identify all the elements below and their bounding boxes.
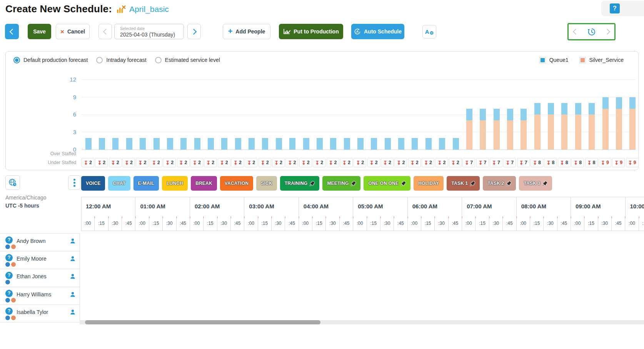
activity-button[interactable]: TASK 2 [483, 176, 516, 191]
schedule-menu-button[interactable] [68, 175, 80, 190]
understaffed-value: 8 [579, 160, 582, 165]
pin-icon [401, 181, 406, 186]
understaffed-value: 2 [185, 160, 187, 165]
legend-item[interactable]: Queue1 [539, 57, 569, 63]
under-staffed-arrow-icon: ↧ [165, 160, 170, 165]
activity-label: TASK 2 [487, 181, 504, 186]
hour-cell: 06:00 AM [408, 197, 462, 216]
timezone-button[interactable] [5, 175, 20, 190]
bar-silver-service [616, 109, 622, 150]
activity-button[interactable]: BREAK [191, 176, 217, 191]
schedule-chart-icon [117, 5, 126, 13]
understaffed-cell: ↧2 [299, 158, 312, 167]
quarter-cell: :00 [135, 216, 149, 231]
agent-row[interactable]: ?Andy Brown [0, 234, 80, 251]
person-icon[interactable] [70, 309, 76, 315]
under-staffed-arrow-icon: ↧ [533, 160, 537, 165]
forecast-radio-option[interactable]: Estimated service level [155, 57, 220, 63]
bar-queue1 [494, 109, 500, 120]
scrollbar-thumb[interactable] [85, 320, 320, 324]
under-staffed-arrow-icon: ↧ [628, 160, 632, 165]
forecast-radio-option[interactable]: Default production forecast [13, 57, 88, 63]
cancel-button[interactable]: ×Cancel [56, 24, 90, 39]
bar-queue1 [167, 138, 173, 150]
agent-row[interactable]: ?Harry Williams [0, 287, 80, 305]
forecast-radio-label: Estimated service level [165, 57, 220, 63]
under-staffed-arrow-icon: ↧ [97, 160, 102, 165]
next-date-button[interactable] [187, 24, 201, 39]
understaffed-cell: ↧2 [109, 158, 122, 167]
history-forward-icon[interactable] [604, 29, 611, 35]
pin-icon [470, 181, 475, 186]
understaffed-value: 7 [470, 160, 473, 165]
quarter-cell: :45 [449, 216, 462, 231]
add-people-button[interactable]: +Add People [223, 24, 270, 39]
activity-button[interactable]: SICK [256, 176, 277, 191]
person-icon[interactable] [70, 256, 76, 262]
person-icon[interactable] [70, 291, 76, 297]
bar-queue1 [385, 138, 391, 150]
understaffed-value: 2 [266, 160, 269, 165]
help-icon[interactable]: ? [610, 3, 620, 13]
agent-row[interactable]: ?Isabella Tylor [0, 305, 80, 322]
understaffed-value: 8 [593, 160, 596, 165]
activity-button[interactable]: E-MAIL [133, 176, 159, 191]
understaffed-value: 2 [361, 160, 364, 165]
agent-row[interactable]: ?Emily Moore [0, 251, 80, 269]
selected-date-field[interactable]: Selected date 2025-04-03 (Thursday) [114, 24, 184, 39]
previous-date-button[interactable] [98, 24, 112, 39]
forecast-radio-option[interactable]: Intraday forecast [96, 57, 146, 63]
history-back-icon[interactable] [573, 29, 579, 35]
under-staffed-arrow-icon: ↧ [465, 160, 469, 165]
radio-icon [155, 57, 162, 63]
history-clock-icon[interactable] [587, 27, 596, 37]
understaffed-value: 2 [171, 160, 174, 165]
auto-schedule-button[interactable]: A Auto Schedule [351, 24, 404, 39]
activity-button[interactable]: VACATION [220, 176, 254, 191]
bar-silver-service [548, 115, 554, 150]
put-to-production-button[interactable]: Put to Production [279, 24, 343, 39]
person-icon[interactable] [70, 273, 76, 279]
info-icon: ? [5, 272, 13, 279]
legend-item[interactable]: Silver_Service [579, 57, 624, 63]
person-icon[interactable] [70, 238, 76, 244]
activity-button[interactable]: TRAINING [280, 176, 320, 191]
activity-label: TASK 1 [451, 181, 468, 186]
quarter-cell: :15 [475, 216, 489, 231]
activity-button[interactable]: TASK 1 [447, 176, 480, 191]
help-panel: ? [601, 1, 644, 16]
bar-queue1 [439, 138, 445, 150]
understaffed-value: 2 [429, 160, 432, 165]
gridline [82, 80, 636, 80]
agent-settings-button[interactable]: A⚙ [422, 25, 436, 38]
back-button[interactable] [5, 24, 19, 39]
horizontal-scrollbar[interactable] [80, 320, 644, 324]
activity-button[interactable]: VOICE [81, 176, 105, 191]
info-icon: ? [5, 236, 13, 244]
agent-channel-dots [5, 298, 16, 302]
understaffed-cell: ↧2 [408, 158, 421, 167]
bar-silver-service [507, 120, 513, 150]
activity-button[interactable]: LUNCH [162, 176, 188, 191]
timezone-offset: UTC -5 hours [5, 203, 39, 209]
activity-button[interactable]: ONE ON ONE [364, 176, 410, 191]
history-navigation [567, 23, 616, 40]
activity-label: CHAT [113, 181, 125, 186]
hour-cell: 05:00 AM [353, 197, 407, 216]
agent-row[interactable]: ?Ethan Jones [0, 269, 80, 287]
legend-swatch [539, 57, 546, 63]
bar-queue1 [534, 103, 541, 115]
activity-button[interactable]: HOLIDAY [414, 176, 444, 191]
timeline-quarters: :00:15:30:45:00:15:30:45:00:15:30:45:00:… [81, 216, 644, 231]
chevron-right-icon [190, 28, 197, 35]
bar-queue1 [425, 138, 432, 150]
orange-channel-dot [11, 316, 16, 320]
understaffed-cell: ↧2 [163, 158, 176, 167]
under-staffed-arrow-icon: ↧ [84, 160, 88, 165]
activity-button[interactable]: MEETING [322, 176, 360, 191]
quarter-cell: :45 [394, 216, 407, 231]
activity-button[interactable]: TASK 3 [519, 176, 552, 191]
save-button[interactable]: Save [28, 24, 51, 39]
activity-button[interactable]: CHAT [108, 176, 130, 191]
bar-queue1 [180, 138, 187, 150]
